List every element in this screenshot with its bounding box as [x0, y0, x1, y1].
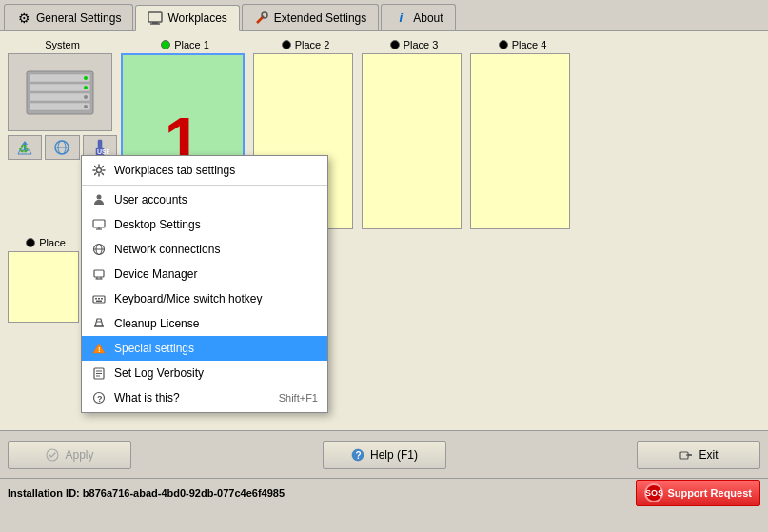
place1-status-dot	[161, 40, 170, 49]
place3-status-dot	[390, 40, 400, 49]
place5-card	[8, 251, 79, 323]
svg-point-13	[84, 105, 88, 108]
exit-button-label: Exit	[699, 448, 718, 462]
menu-item-device-manager-label: Device Manager	[114, 267, 197, 281]
support-request-button[interactable]: SOS Support Request	[636, 480, 760, 506]
apply-button[interactable]: Apply	[8, 441, 131, 469]
workplaces-icon	[148, 10, 163, 26]
place2-label: Place 2	[295, 39, 330, 50]
apply-icon	[45, 447, 60, 463]
installation-id-text: Installation ID: b876a716-abad-4bd0-92db…	[8, 487, 285, 499]
svg-rect-7	[30, 84, 90, 91]
place4-title-row: Place 4	[470, 39, 575, 50]
place1-title-row: Place 1	[121, 39, 249, 50]
svg-rect-36	[101, 298, 103, 300]
tab-bar: ⚙ General Settings Workplaces Extended S…	[0, 0, 768, 31]
menu-item-workplaces-tab-settings[interactable]: Workplaces tab settings	[82, 158, 327, 183]
svg-rect-6	[30, 74, 90, 82]
place1-label: Place 1	[174, 39, 209, 50]
system-title-row: System	[8, 39, 117, 50]
tab-workplaces[interactable]: Workplaces	[135, 5, 239, 31]
user-icon	[91, 192, 107, 207]
tab-general-settings-label: General Settings	[36, 11, 121, 25]
svg-rect-0	[148, 12, 162, 22]
place2-status-dot	[282, 40, 291, 49]
tab-about[interactable]: i About	[381, 4, 455, 30]
cleanup-icon	[91, 316, 107, 331]
menu-item-set-log-verbosity-label: Set Log Verbosity	[114, 366, 204, 380]
system-label: System	[45, 39, 80, 50]
log-icon	[91, 365, 107, 381]
exit-button[interactable]: Exit	[637, 441, 760, 469]
tab-about-label: About	[413, 11, 443, 25]
svg-text:!: !	[98, 345, 101, 354]
menu-separator-1	[82, 185, 327, 186]
menu-item-what-is-this-label: What is this?	[114, 391, 180, 404]
place3-column: Place 3	[362, 39, 466, 229]
svg-rect-8	[30, 93, 90, 101]
network-button[interactable]	[45, 135, 79, 160]
place5-label: Place	[39, 237, 66, 248]
question-icon: ?	[91, 390, 107, 405]
menu-item-cleanup-license[interactable]: Cleanup License	[82, 311, 327, 336]
menu-item-cleanup-license-label: Cleanup License	[114, 317, 199, 330]
desktop-icon	[91, 217, 107, 232]
installation-id-area: Installation ID: b876a716-abad-4bd0-92db…	[8, 486, 285, 500]
svg-text:♻: ♻	[18, 142, 30, 156]
tab-workplaces-label: Workplaces	[167, 11, 226, 25]
menu-item-network-connections[interactable]: Network connections	[82, 237, 327, 262]
place2-title-row: Place 2	[253, 39, 358, 50]
place5-status-dot	[26, 238, 35, 247]
svg-point-12	[84, 95, 88, 99]
place3-title-row: Place 3	[362, 39, 466, 50]
place3-card	[362, 53, 462, 229]
menu-item-user-accounts[interactable]: User accounts	[82, 187, 327, 212]
status-bar: Installation ID: b876a716-abad-4bd0-92db…	[0, 478, 768, 506]
svg-rect-23	[93, 220, 105, 227]
sos-icon: SOS	[644, 483, 663, 502]
menu-item-what-is-this[interactable]: ? What is this? Shift+F1	[82, 385, 327, 410]
menu-item-workplaces-tab-settings-label: Workplaces tab settings	[114, 164, 235, 177]
context-menu: Workplaces tab settings User accounts De…	[81, 155, 328, 413]
tab-extended-settings[interactable]: Extended Settings	[242, 4, 379, 30]
svg-text:?: ?	[97, 394, 103, 404]
menu-item-desktop-settings-label: Desktop Settings	[114, 218, 201, 231]
device-icon	[91, 266, 107, 282]
svg-rect-9	[30, 103, 90, 110]
warning-icon: !	[91, 341, 107, 356]
installation-id-label: Installation ID:	[8, 487, 83, 499]
svg-point-21	[97, 168, 102, 173]
tab-general-settings[interactable]: ⚙ General Settings	[4, 4, 133, 30]
place5-column: Place	[8, 237, 84, 323]
svg-text:USB: USB	[97, 148, 109, 155]
menu-item-set-log-verbosity[interactable]: Set Log Verbosity	[82, 361, 327, 385]
info-icon: i	[393, 10, 408, 26]
svg-rect-29	[94, 270, 104, 277]
apply-button-label: Apply	[65, 448, 93, 462]
menu-item-device-manager[interactable]: Device Manager	[82, 262, 327, 286]
menu-item-keyboard-hotkey[interactable]: Keyboard/Mice switch hotkey	[82, 286, 327, 311]
menu-item-network-connections-label: Network connections	[114, 243, 220, 256]
place4-label: Place 4	[512, 39, 547, 50]
menu-item-user-accounts-label: User accounts	[114, 193, 187, 207]
svg-rect-37	[96, 301, 102, 303]
svg-text:?: ?	[355, 450, 361, 461]
svg-point-22	[97, 195, 102, 200]
bottom-toolbar: Apply ? Help (F1) Exit	[0, 430, 768, 478]
menu-item-special-settings-label: Special settings	[114, 342, 194, 355]
place4-status-dot	[499, 40, 508, 49]
keyboard-icon	[91, 291, 107, 306]
menu-item-special-settings[interactable]: ! Special settings	[82, 336, 327, 361]
help-button-label: Help (F1)	[370, 448, 418, 462]
help-button[interactable]: ? Help (F1)	[323, 441, 446, 469]
menu-item-what-is-this-shortcut: Shift+F1	[279, 392, 318, 404]
recycle-button[interactable]: ♻	[8, 135, 42, 160]
help-icon: ?	[350, 447, 365, 463]
exit-icon	[679, 447, 694, 463]
place5-title-row: Place	[8, 237, 84, 248]
server-image	[22, 67, 98, 119]
system-column: System ♻	[8, 39, 117, 160]
system-card	[8, 53, 112, 131]
menu-item-desktop-settings[interactable]: Desktop Settings	[82, 212, 327, 237]
place3-label: Place 3	[404, 39, 439, 50]
